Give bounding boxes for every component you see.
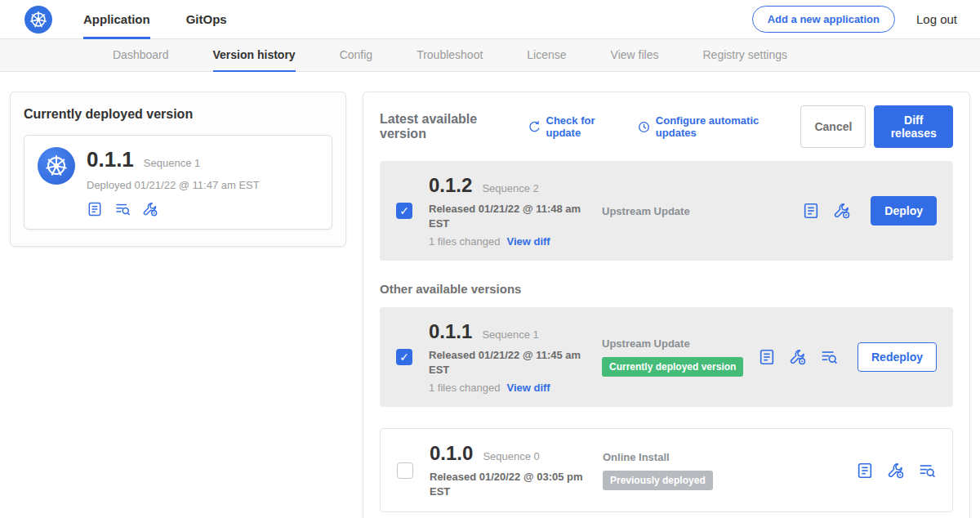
previously-deployed-badge: Previously deployed xyxy=(603,471,713,490)
kubernetes-logo-icon xyxy=(24,6,52,33)
version-row: ✓ 0.1.2 Sequence 2 Released 01/21/22 @ 1… xyxy=(380,161,953,261)
release-timestamp: Released 01/20/22 @ 03:05 pm EST xyxy=(430,470,583,498)
version-history-header: Latest available version Check for updat… xyxy=(380,105,953,148)
diff-actions: Cancel Diff releases xyxy=(800,105,953,148)
version-checkbox[interactable] xyxy=(397,462,413,479)
currently-deployed-badge: Currently deployed version xyxy=(602,357,743,377)
version-number: 0.1.0 xyxy=(430,442,473,465)
source-label: Upstream Update xyxy=(602,337,758,350)
config-icon[interactable] xyxy=(887,462,905,480)
check-for-update-label: Check for update xyxy=(546,114,622,139)
preflight-checks-icon[interactable] xyxy=(918,462,936,480)
source-label: Online Install xyxy=(603,451,856,463)
configure-auto-updates-link[interactable]: Configure automatic updates xyxy=(637,114,786,139)
tab-application[interactable]: Application xyxy=(83,0,150,39)
version-source: Upstream Update Currently deployed versi… xyxy=(602,337,758,377)
deployed-version-number: 0.1.1 xyxy=(87,147,134,172)
release-notes-icon[interactable] xyxy=(856,462,874,480)
subnav-view-files[interactable]: View files xyxy=(611,39,659,72)
latest-available-title: Latest available version xyxy=(380,112,513,141)
deployed-sequence: Sequence 1 xyxy=(144,157,200,169)
currently-deployed-panel: Currently deployed version 0.1.1 Sequenc… xyxy=(10,92,346,247)
kubernetes-app-icon xyxy=(38,147,75,185)
config-icon[interactable] xyxy=(789,348,807,366)
deployed-timestamp: Deployed 01/21/22 @ 11:47 am EST xyxy=(87,179,260,191)
files-changed-label: 1 files changed xyxy=(429,235,500,248)
cancel-button[interactable]: Cancel xyxy=(800,105,866,148)
deployed-panel-title: Currently deployed version xyxy=(24,107,332,122)
release-timestamp: Released 01/21/22 @ 11:45 am EST xyxy=(429,348,582,377)
view-diff-link[interactable]: View diff xyxy=(506,382,550,394)
check-for-update-link[interactable]: Check for update xyxy=(528,114,622,139)
row-actions: Deploy xyxy=(802,196,940,226)
tab-gitops[interactable]: GitOps xyxy=(186,0,227,39)
version-number: 0.1.1 xyxy=(429,320,472,343)
version-info: 0.1.0 Sequence 0 Released 01/20/22 @ 03:… xyxy=(430,442,603,498)
config-icon[interactable] xyxy=(833,202,851,220)
subnav-troubleshoot[interactable]: Troubleshoot xyxy=(416,39,483,72)
logout-link[interactable]: Log out xyxy=(916,12,957,26)
subnav-registry-settings[interactable]: Registry settings xyxy=(702,39,786,72)
version-source: Upstream Update xyxy=(602,205,802,217)
version-info: 0.1.1 Sequence 1 Released 01/21/22 @ 11:… xyxy=(429,320,602,394)
configure-auto-updates-label: Configure automatic updates xyxy=(656,114,786,139)
refresh-icon xyxy=(528,120,541,134)
subnav-config[interactable]: Config xyxy=(340,39,372,72)
main-content: Currently deployed version 0.1.1 Sequenc… xyxy=(0,72,980,518)
app-sub-navigation: Dashboard Version history Config Trouble… xyxy=(0,39,980,72)
subnav-dashboard[interactable]: Dashboard xyxy=(113,39,169,72)
clock-icon xyxy=(637,120,651,134)
version-source: Online Install Previously deployed xyxy=(603,451,856,490)
row-actions: Redeploy xyxy=(758,342,940,372)
redeploy-button[interactable]: Redeploy xyxy=(858,342,937,372)
preflight-checks-icon[interactable] xyxy=(114,201,131,217)
version-checkbox[interactable]: ✓ xyxy=(396,203,412,219)
release-notes-icon[interactable] xyxy=(802,202,820,220)
deploy-button[interactable]: Deploy xyxy=(871,196,937,226)
top-navigation-bar: Application GitOps Add a new application… xyxy=(0,0,980,39)
version-row: ✓ 0.1.1 Sequence 1 Released 01/21/22 @ 1… xyxy=(380,307,953,407)
deployed-version-details: 0.1.1 Sequence 1 Deployed 01/21/22 @ 11:… xyxy=(87,147,260,217)
files-changed-label: 1 files changed xyxy=(429,382,500,394)
version-history-panel: Latest available version Check for updat… xyxy=(363,92,970,518)
other-versions-title: Other available versions xyxy=(380,282,953,296)
subnav-license[interactable]: License xyxy=(527,39,566,72)
version-checkbox[interactable]: ✓ xyxy=(396,349,412,365)
version-info: 0.1.2 Sequence 2 Released 01/21/22 @ 11:… xyxy=(429,174,602,248)
version-number: 0.1.2 xyxy=(429,174,472,197)
version-sequence: Sequence 2 xyxy=(482,182,538,194)
topbar-right: Add a new application Log out xyxy=(752,6,957,33)
deployed-version-card: 0.1.1 Sequence 1 Deployed 01/21/22 @ 11:… xyxy=(24,135,332,230)
add-new-application-button[interactable]: Add a new application xyxy=(752,6,895,33)
version-sequence: Sequence 1 xyxy=(482,328,538,341)
row-actions xyxy=(856,462,939,480)
preflight-checks-icon[interactable] xyxy=(820,348,838,366)
config-icon[interactable] xyxy=(142,201,158,217)
version-sequence: Sequence 0 xyxy=(483,450,539,462)
release-notes-icon[interactable] xyxy=(758,348,776,366)
release-notes-icon[interactable] xyxy=(87,201,103,217)
release-timestamp: Released 01/21/22 @ 11:48 am EST xyxy=(429,202,582,230)
diff-releases-button[interactable]: Diff releases xyxy=(874,105,953,148)
view-diff-link[interactable]: View diff xyxy=(506,235,550,248)
version-row: 0.1.0 Sequence 0 Released 01/20/22 @ 03:… xyxy=(380,428,953,512)
source-label: Upstream Update xyxy=(602,205,802,217)
subnav-version-history[interactable]: Version history xyxy=(213,39,296,72)
top-nav-tabs: Application GitOps xyxy=(83,0,227,39)
